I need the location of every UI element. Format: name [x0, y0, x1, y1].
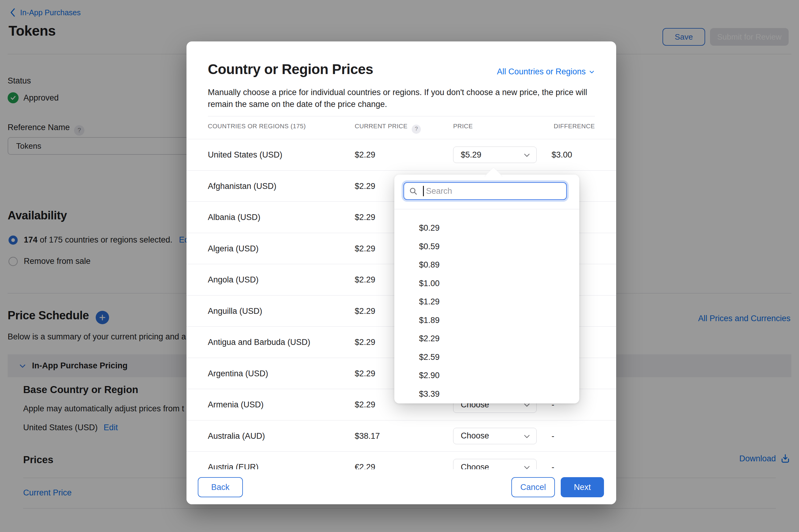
filter-label[interactable]: All Countries or Regions — [497, 67, 586, 76]
current-price-cell: $2.29 — [355, 400, 376, 410]
price-option[interactable]: $1.89 — [394, 311, 579, 330]
help-icon[interactable]: ? — [412, 125, 421, 134]
back-button[interactable]: Back — [198, 477, 243, 497]
price-select[interactable]: $5.29 — [453, 147, 537, 163]
price-option[interactable]: $1.00 — [394, 274, 579, 293]
current-price-cell: $2.29 — [355, 182, 376, 191]
col-header-difference: DIFFERENCE — [554, 122, 595, 130]
country-cell: Albania (USD) — [208, 213, 261, 222]
price-option[interactable]: $0.29 — [394, 219, 579, 238]
search-icon — [409, 187, 417, 195]
current-price-cell: $38.17 — [355, 432, 380, 441]
price-option[interactable]: $0.89 — [394, 255, 579, 274]
modal-footer: Back Cancel Next — [187, 469, 616, 504]
difference-cell: - — [552, 432, 554, 441]
current-price-cell: $2.29 — [355, 150, 376, 160]
divider — [394, 209, 579, 209]
modal-description: Manually choose a price for individual c… — [208, 87, 596, 110]
current-price-cell: $2.29 — [355, 306, 376, 316]
price-select-value: $5.29 — [461, 150, 481, 160]
current-price-cell: $2.29 — [355, 244, 376, 253]
price-select-popover: $0.29 $0.59 $0.89 $1.00 $1.29 $1.89 $2.2… — [394, 175, 579, 403]
chevron-down-icon — [523, 151, 531, 159]
col-header-countries: COUNTRIES OR REGIONS (175) — [208, 122, 306, 130]
next-button[interactable]: Next — [561, 477, 604, 497]
price-options-list: $0.29 $0.59 $0.89 $1.00 $1.29 $1.89 $2.2… — [394, 219, 579, 403]
search-field — [403, 182, 567, 200]
country-cell: Angola (USD) — [208, 275, 259, 285]
price-select-value: Choose — [461, 431, 489, 441]
country-cell: Antigua and Barbuda (USD) — [208, 338, 310, 347]
price-select[interactable]: Choose — [453, 428, 537, 444]
price-option[interactable]: $1.29 — [394, 292, 579, 311]
current-price-cell: $2.29 — [355, 369, 376, 378]
modal-title: Country or Region Prices — [208, 61, 373, 77]
table-row: Austria (EUR) €2.29 Choose - — [187, 452, 616, 470]
current-price-cell: $2.29 — [355, 213, 376, 222]
price-option[interactable]: $2.90 — [394, 366, 579, 385]
col-header-current-price: CURRENT PRICE? — [355, 122, 421, 134]
table-row: Australia (AUD) $38.17 Choose - — [187, 420, 616, 452]
country-cell: Armenia (USD) — [208, 400, 264, 410]
country-cell: United States (USD) — [208, 150, 283, 160]
filter-dropdown[interactable]: All Countries or Regions — [497, 67, 595, 76]
divider — [208, 116, 595, 116]
country-cell: Anguilla (USD) — [208, 306, 262, 316]
cancel-button[interactable]: Cancel — [511, 477, 555, 497]
country-cell: Argentina (USD) — [208, 369, 268, 378]
current-price-header-text: CURRENT PRICE — [355, 122, 407, 130]
price-option[interactable]: $0.59 — [394, 238, 579, 256]
price-option[interactable]: $2.59 — [394, 348, 579, 366]
country-cell: Afghanistan (USD) — [208, 182, 277, 191]
chevron-down-icon — [523, 432, 531, 440]
current-price-cell: $2.29 — [355, 338, 376, 347]
text-cursor — [423, 186, 424, 196]
search-input[interactable] — [403, 182, 567, 200]
table-row: United States (USD) $2.29 $5.29 $3.00 — [187, 139, 616, 171]
col-header-price: PRICE — [453, 122, 473, 130]
difference-cell: $3.00 — [552, 150, 572, 160]
current-price-cell: $2.29 — [355, 275, 376, 285]
country-cell: Algeria (USD) — [208, 244, 259, 253]
country-cell: Australia (AUD) — [208, 432, 265, 441]
price-select[interactable]: Choose — [453, 459, 537, 470]
price-option[interactable]: $2.29 — [394, 329, 579, 348]
chevron-down-icon — [589, 69, 595, 75]
price-option[interactable]: $3.39 — [394, 385, 579, 403]
